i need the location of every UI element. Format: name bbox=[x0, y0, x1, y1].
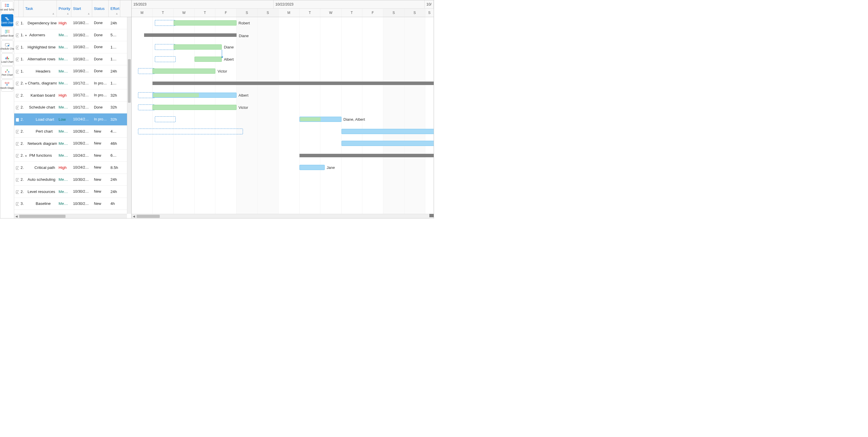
cell-start[interactable]: 10/24/2023 8:00 A bbox=[71, 153, 92, 157]
cell-status[interactable]: New bbox=[92, 153, 109, 157]
checkbox[interactable] bbox=[16, 191, 19, 194]
table-row[interactable]: 20 ▴Charts, diagrams Medium 10/17/2023 8… bbox=[14, 78, 131, 90]
checkbox[interactable] bbox=[16, 58, 19, 61]
cell-status[interactable]: New bbox=[92, 178, 109, 182]
checkbox[interactable] bbox=[16, 154, 19, 157]
grid-header-num[interactable] bbox=[19, 0, 24, 17]
cell-start[interactable]: 10/18/2023 8:00 A bbox=[71, 21, 92, 25]
cell-effort[interactable]: 24h bbox=[109, 69, 120, 74]
table-row[interactable]: 29 Level resources Medium 10/30/2023 2:5… bbox=[14, 186, 131, 198]
day-header[interactable]: F bbox=[215, 9, 236, 17]
cell-priority[interactable]: Medium bbox=[57, 190, 71, 194]
day-header[interactable]: S bbox=[404, 9, 425, 17]
task-bar[interactable]: Victor bbox=[153, 68, 215, 74]
cell-effort[interactable]: 46.5h bbox=[109, 129, 120, 134]
checkbox[interactable] bbox=[16, 22, 19, 25]
cell-status[interactable]: New bbox=[92, 141, 109, 145]
nav-network-diagram[interactable]: Network Diagram bbox=[1, 80, 13, 92]
cell-priority[interactable]: Medium bbox=[57, 69, 71, 74]
cell-task[interactable]: Critical path bbox=[24, 166, 57, 170]
cell-start[interactable]: 10/26/2023 8:00 A bbox=[71, 129, 92, 134]
chart-row[interactable] bbox=[132, 174, 434, 186]
table-row[interactable]: 26 ▴PM functions Medium 10/24/2023 8:00 … bbox=[14, 150, 131, 162]
cell-status[interactable]: New bbox=[92, 190, 109, 194]
cell-effort[interactable]: 188.5h bbox=[109, 81, 120, 85]
cell-effort[interactable]: 17.5h bbox=[109, 45, 120, 49]
cell-status[interactable]: Done bbox=[92, 57, 109, 61]
grid-hscrollbar[interactable]: ◀ bbox=[14, 214, 127, 218]
cell-start[interactable]: 10/18/2023 8:00 A bbox=[71, 45, 92, 49]
cell-effort[interactable]: 24h bbox=[109, 21, 120, 25]
chart-row[interactable] bbox=[132, 138, 434, 150]
cell-start[interactable]: 10/24/2023 8:00 A bbox=[71, 117, 92, 121]
cell-priority[interactable]: Medium bbox=[57, 129, 71, 134]
cell-priority[interactable]: Medium bbox=[57, 57, 71, 61]
cell-status[interactable]: New bbox=[92, 129, 109, 134]
table-row[interactable]: 17 Highlighted time Medium 10/18/2023 8:… bbox=[14, 41, 131, 53]
task-bar[interactable]: Diane bbox=[174, 45, 222, 50]
cell-task[interactable]: Auto scheduling bbox=[24, 177, 57, 182]
chart-row[interactable]: Albert bbox=[132, 89, 434, 101]
scroll-left-icon[interactable]: ◀ bbox=[132, 215, 136, 218]
cell-effort[interactable]: 32h bbox=[109, 93, 120, 97]
cell-priority[interactable]: Medium bbox=[57, 45, 71, 49]
grid-vscroll-thumb[interactable] bbox=[128, 59, 131, 103]
cell-start[interactable]: 10/30/2023 2:59 P bbox=[71, 202, 92, 206]
cell-task[interactable]: Dependency line bbox=[24, 21, 57, 25]
table-row[interactable]: 25 Network diagram Medium 10/26/2023 8:0… bbox=[14, 138, 131, 150]
cell-priority[interactable]: Medium bbox=[57, 153, 71, 157]
grid-header-effort[interactable]: Effort▲ bbox=[109, 0, 120, 17]
day-header[interactable]: T bbox=[342, 9, 362, 17]
checkbox[interactable] bbox=[16, 46, 19, 49]
checkbox[interactable] bbox=[16, 82, 19, 85]
chart-row[interactable] bbox=[132, 78, 434, 90]
grid-header-start[interactable]: Start▲ bbox=[71, 0, 92, 17]
checkbox[interactable] bbox=[16, 94, 19, 97]
cell-start[interactable]: 10/18/2023 1:45 P bbox=[71, 57, 92, 61]
cell-start[interactable]: 10/17/2023 8:00 A bbox=[71, 81, 92, 85]
grid-header-status[interactable]: Status bbox=[92, 0, 109, 17]
nav-load-chart[interactable]: Load Chart bbox=[1, 53, 13, 65]
table-row[interactable]: 27 Critical path High 10/24/2023 8:00 A … bbox=[14, 162, 131, 174]
checkbox[interactable] bbox=[16, 70, 19, 74]
chart-row[interactable] bbox=[132, 186, 434, 198]
expander-icon[interactable]: ▴ bbox=[25, 82, 27, 85]
cell-effort[interactable]: 32h bbox=[109, 105, 120, 109]
checkbox[interactable] bbox=[16, 106, 19, 109]
task-bar[interactable]: Diane, Albert bbox=[300, 117, 342, 122]
summary-bar[interactable] bbox=[300, 154, 434, 157]
cell-status[interactable]: New bbox=[92, 202, 109, 206]
day-header[interactable]: S bbox=[257, 9, 278, 17]
chart-hscroll-thumb[interactable] bbox=[136, 215, 160, 218]
checkbox[interactable] bbox=[16, 166, 19, 170]
nav-kanban-board[interactable]: Kanban Board bbox=[1, 27, 13, 39]
cell-priority[interactable]: High bbox=[57, 166, 71, 170]
day-header[interactable]: S bbox=[237, 9, 257, 17]
week-label[interactable]: 15/2023 bbox=[132, 0, 274, 8]
cell-status[interactable]: Done bbox=[92, 21, 109, 25]
week-label[interactable]: 10/ bbox=[425, 0, 434, 8]
checkbox[interactable] bbox=[16, 142, 19, 146]
table-row[interactable]: 16 ▴Adorners Medium 10/16/2023 2:00 P Do… bbox=[14, 29, 131, 41]
cell-effort[interactable]: 11.75h bbox=[109, 57, 120, 61]
task-bar[interactable] bbox=[342, 141, 434, 146]
cell-start[interactable]: 10/16/2023 2:00 P bbox=[71, 69, 92, 73]
grid-header-check[interactable] bbox=[14, 0, 19, 17]
cell-effort[interactable]: 8.5h bbox=[109, 166, 120, 170]
grid-hscroll-thumb[interactable] bbox=[19, 215, 65, 218]
cell-task[interactable]: Load chart bbox=[24, 117, 57, 122]
baseline-bar[interactable] bbox=[138, 105, 155, 110]
table-row[interactable]: 21 Kanban board High 10/17/2023 8:00 A I… bbox=[14, 89, 131, 101]
chart-row[interactable]: Victor bbox=[132, 101, 434, 114]
grid-vscrollbar[interactable] bbox=[127, 17, 131, 214]
summary-bar[interactable] bbox=[153, 82, 434, 85]
grid-header-task[interactable]: Task▲ bbox=[24, 0, 57, 17]
cell-effort[interactable]: 32h bbox=[109, 117, 120, 122]
cell-priority[interactable]: Medium bbox=[57, 105, 71, 109]
cell-task[interactable]: Alternative rows bbox=[24, 57, 57, 61]
summary-bar[interactable]: Diane bbox=[144, 33, 236, 37]
chart-row[interactable] bbox=[132, 150, 434, 162]
cell-start[interactable]: 10/16/2023 2:00 P bbox=[71, 33, 92, 37]
task-bar[interactable]: Albert bbox=[194, 57, 222, 62]
checkbox[interactable] bbox=[16, 202, 19, 206]
